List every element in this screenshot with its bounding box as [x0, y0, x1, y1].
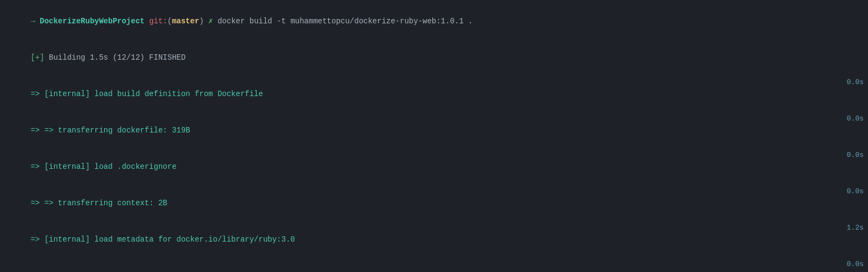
time-3: 0.0s [843, 150, 864, 161]
prompt-space [144, 17, 149, 26]
time-2: 0.0s [843, 113, 864, 124]
time-1: 0.0s [843, 77, 864, 88]
line-6: => [auth] library/ruby:pull token for re… [0, 258, 868, 272]
line-2: => => transferring dockerfile: 319B 0.0s [0, 112, 868, 149]
prompt-git-label: git: [149, 17, 168, 26]
prompt-line: → DockerizeRubyWebProject git:(master) ✗… [0, 3, 868, 40]
arrow-4: => [30, 199, 40, 207]
prompt-directory: DockerizeRubyWebProject [40, 17, 144, 26]
line-5: => [internal] load metadata for docker.i… [0, 222, 868, 258]
prompt-x: ✗ [204, 17, 218, 26]
prompt-git-paren-close: ) [199, 17, 203, 26]
time-5: 1.2s [843, 223, 864, 233]
time-4: 0.0s [843, 186, 864, 197]
prompt-arrow-icon: → [30, 17, 40, 26]
build-content: [+] Building 1.5s (12/12) FINISHED [3, 40, 864, 75]
arrow-2: => [30, 126, 40, 135]
line-4: => => transferring context: 2B 0.0s [0, 185, 868, 222]
terminal: → DockerizeRubyWebProject git:(master) ✗… [0, 0, 868, 272]
prompt-content: → DockerizeRubyWebProject git:(master) ✗… [3, 4, 864, 39]
prompt-branch: master [172, 17, 199, 26]
build-line: [+] Building 1.5s (12/12) FINISHED [0, 40, 868, 76]
line-1: => [internal] load build definition from… [0, 76, 868, 112]
prompt-command: docker build -t muhammettopcu/dockerize-… [218, 17, 473, 26]
build-bracket: [+] [30, 53, 44, 62]
prompt-git-paren-open: ( [167, 17, 171, 26]
arrow-5: => [30, 235, 40, 244]
arrow-3: => [30, 162, 40, 171]
time-6: 0.0s [843, 259, 864, 270]
line-3: => [internal] load .dockerignore 0.0s [0, 149, 868, 185]
arrow-1: => [30, 90, 40, 98]
build-text: Building 1.5s (12/12) FINISHED [44, 53, 186, 62]
